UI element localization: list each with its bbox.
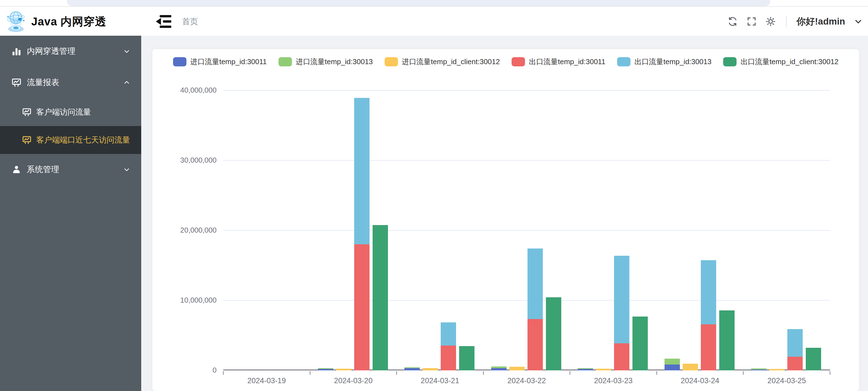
bar-segment[interactable] [354,98,370,244]
bar-segment[interactable] [701,324,716,370]
legend-label: 进口流量temp_id:30013 [296,57,373,67]
traffic-chart-card: 进口流量temp_id:30011进口流量temp_id:30013进口流量te… [152,49,859,391]
bar-segment[interactable] [441,322,456,346]
x-axis-label: 2024-03-19 [225,377,308,385]
bar-segment[interactable] [806,348,821,370]
chevron-down-icon[interactable] [854,17,862,26]
bar-segment[interactable] [404,368,420,370]
legend-item[interactable]: 进口流量temp_id_client:30012 [384,57,500,67]
legend-item[interactable]: 进口流量temp_id:30013 [279,57,373,67]
bar-segment[interactable] [441,346,456,370]
legend-item[interactable]: 出口流量temp_id:30011 [512,57,606,67]
bar-segment[interactable] [614,256,629,343]
bar-segment[interactable] [509,367,525,370]
bar-segment[interactable] [318,369,333,370]
chevron-down-icon [123,47,131,55]
browser-tab-shape [67,0,770,6]
bar-segment[interactable] [664,359,680,364]
header-actions: 你好!admin [727,7,862,36]
bar-segment[interactable] [491,366,506,368]
bar-segment[interactable] [373,225,388,370]
bar-segment[interactable] [318,368,333,369]
user-icon [11,164,22,175]
presentation-chart-icon [11,77,22,88]
fullscreen-icon[interactable] [746,16,757,27]
legend-label: 进口流量temp_id_client:30012 [402,57,500,67]
bar-segment[interactable] [527,249,543,319]
bar-segment[interactable] [664,364,680,370]
bar-segment[interactable] [596,369,611,370]
theme-sun-icon[interactable] [765,16,776,27]
bar-segment[interactable] [614,343,629,370]
browser-chrome-strip [0,0,868,7]
bar-segment[interactable] [769,369,784,370]
bar-segment[interactable] [719,311,735,370]
main-content: 进口流量temp_id:30011进口流量temp_id:30013进口流量te… [141,36,868,391]
user-greeting[interactable]: 你好!admin [797,15,845,28]
sidebar-item-tunnel-management[interactable]: 内网穿透管理 [0,36,141,67]
app-logo [4,10,27,33]
legend-item[interactable]: 进口流量temp_id:30011 [173,57,267,67]
x-axis-tick [570,371,570,375]
x-axis-label: 2024-03-24 [658,377,742,385]
chevron-down-icon [123,166,131,173]
sidebar-item-label: 流量报表 [27,77,59,88]
legend-swatch [723,57,737,66]
x-axis-label: 2024-03-25 [745,377,829,385]
y-axis-label: 0 [155,366,217,374]
x-axis-label: 2024-03-23 [571,377,655,385]
bar-segment[interactable] [701,260,716,324]
bar-segment[interactable] [632,317,648,370]
legend-label: 出口流量temp_id:30011 [529,57,606,67]
gridline [223,300,830,301]
legend-swatch [617,57,630,66]
bar-segment[interactable] [459,346,474,370]
sidebar: 内网穿透管理 流量报表 客户端访问流量 [0,36,141,391]
x-axis-label: 2024-03-22 [485,377,568,385]
legend-label: 进口流量temp_id:30011 [190,57,267,67]
sidebar-item-system-management[interactable]: 系统管理 [0,154,141,185]
y-axis-label: 40,000,000 [155,86,217,95]
bar-segment[interactable] [683,364,698,370]
y-axis-label: 10,000,000 [155,296,217,304]
bar-segment[interactable] [354,244,370,370]
x-axis-tick [396,371,397,375]
sidebar-item-label: 客户端端口近七天访问流量 [36,135,130,145]
app-title: Java 内网穿透 [31,7,106,36]
bar-segment[interactable] [336,369,351,370]
bar-segment[interactable] [527,319,543,370]
bar-segment[interactable] [787,357,803,370]
x-axis-label: 2024-03-21 [398,377,482,385]
bar-segment[interactable] [546,297,561,370]
bar-segment[interactable] [751,368,767,369]
x-axis-tick [223,371,223,375]
legend-label: 出口流量temp_id_client:30012 [740,57,838,67]
presentation-chart-icon [22,135,32,145]
sidebar-item-label: 系统管理 [27,164,59,175]
chart-legend: 进口流量temp_id:30011进口流量temp_id:30013进口流量te… [152,57,859,67]
sidebar-item-traffic-report[interactable]: 流量报表 [0,67,141,98]
legend-swatch [279,57,292,66]
x-axis-tick [743,371,744,375]
bar-segment[interactable] [404,367,420,368]
header-divider [786,15,786,27]
bar-segment[interactable] [578,369,593,370]
sidebar-item-client-port-7day-traffic[interactable]: 客户端端口近七天访问流量 [0,126,141,154]
bar-segment[interactable] [423,368,438,370]
sidebar-item-client-traffic[interactable]: 客户端访问流量 [0,98,141,126]
x-axis-tick [830,371,830,375]
sidebar-collapse-button[interactable] [155,14,172,29]
presentation-chart-icon [22,107,32,117]
sidebar-item-label: 内网穿透管理 [27,46,75,57]
bar-chart-icon [11,46,22,57]
legend-item[interactable]: 出口流量temp_id_client:30012 [723,57,838,67]
bar-segment[interactable] [578,368,593,369]
chevron-up-icon [123,79,131,87]
bar-segment[interactable] [787,329,803,357]
refresh-icon[interactable] [727,16,738,27]
bar-segment[interactable] [491,368,506,370]
legend-item[interactable]: 出口流量temp_id:30013 [617,57,711,67]
bar-segment[interactable] [751,369,767,370]
legend-swatch [173,57,186,66]
x-axis-tick [310,371,310,375]
